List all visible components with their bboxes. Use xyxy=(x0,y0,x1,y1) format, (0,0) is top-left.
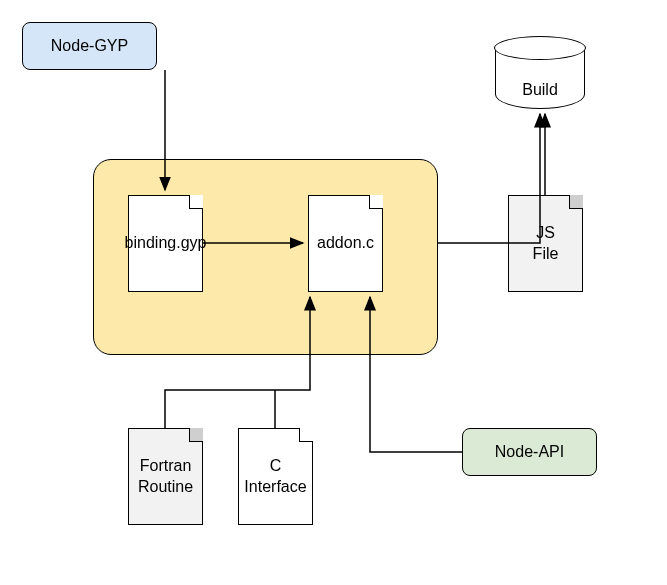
build-cylinder: Build xyxy=(495,37,585,109)
binding-gyp-doc: binding.gyp xyxy=(128,195,203,292)
js-file-doc: JS File xyxy=(508,195,583,292)
build-label: Build xyxy=(495,81,585,99)
binding-gyp-label: binding.gyp xyxy=(125,233,207,254)
c-interface-label: C Interface xyxy=(244,456,306,498)
addon-c-doc: addon.c xyxy=(308,195,383,292)
doc-fold-icon xyxy=(299,428,313,442)
addon-c-label: addon.c xyxy=(317,233,374,254)
node-gyp-label: Node-GYP xyxy=(51,36,128,57)
node-api-box: Node-API xyxy=(462,428,597,476)
doc-fold-icon xyxy=(569,195,583,209)
doc-fold-icon xyxy=(189,195,203,209)
fortran-routine-label: Fortran Routine xyxy=(138,456,193,498)
fortran-routine-doc: Fortran Routine xyxy=(128,428,203,525)
node-gyp-box: Node-GYP xyxy=(22,22,157,70)
doc-fold-icon xyxy=(369,195,383,209)
doc-fold-icon xyxy=(189,428,203,442)
node-api-label: Node-API xyxy=(495,442,564,463)
js-file-label: JS File xyxy=(533,223,559,265)
c-interface-doc: C Interface xyxy=(238,428,313,525)
